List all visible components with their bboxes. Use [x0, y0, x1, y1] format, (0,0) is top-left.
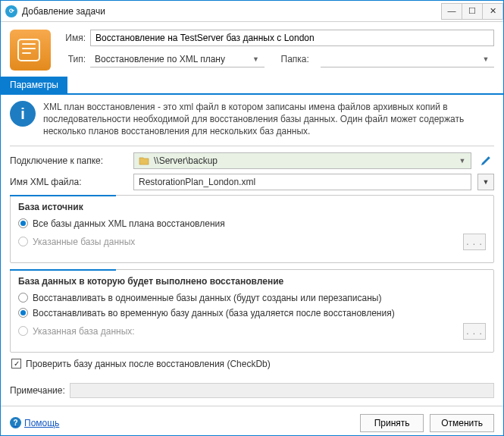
window-title: Добавление задачи	[22, 6, 441, 17]
task-scroll-icon	[10, 30, 51, 71]
xml-file-dropdown-button[interactable]: ▼	[477, 174, 494, 190]
xml-file-input[interactable]: RestorationPlan_London.xml	[133, 174, 471, 190]
folder-label: Папка:	[281, 54, 316, 64]
radio-all-label: Все базы данных XML плана восстановления	[33, 218, 225, 229]
info-row: i XML план восстановления - это xml файл…	[10, 101, 494, 146]
connection-select[interactable]: \\Server\backup ▼	[133, 152, 471, 169]
xml-file-value: RestorationPlan_London.xml	[139, 177, 468, 187]
checkbox-icon: ✓	[11, 359, 21, 369]
window-buttons: — ☐ ✕	[441, 3, 503, 20]
help-label: Помощь	[24, 418, 59, 428]
type-combo[interactable]: Восстановление по XML плану ▼	[90, 51, 265, 67]
group-source: База источник Все базы данных XML плана …	[10, 195, 494, 263]
caret-down-icon: ▼	[251, 55, 261, 63]
name-label: Имя:	[58, 33, 86, 43]
specified-target-browse-button[interactable]: . . .	[463, 323, 486, 340]
group-source-title: База источник	[18, 202, 486, 212]
tab-parameters[interactable]: Параметры	[1, 77, 67, 93]
connection-value: \\Server\backup	[154, 155, 457, 166]
checkdb-label: Проверить базу данных после восстановлен…	[26, 359, 271, 369]
radio-specified-target[interactable]: Указанная база данных: . . .	[18, 323, 486, 340]
header: Имя: Тип: Восстановление по XML плану ▼ …	[1, 22, 503, 77]
caret-down-icon: ▼	[457, 157, 468, 165]
name-input[interactable]	[90, 30, 494, 46]
folder-icon	[139, 156, 149, 165]
group-target: База данных в которую будет выполнено во…	[10, 269, 494, 353]
note-label: Примечание:	[10, 385, 65, 396]
radio-icon	[18, 237, 28, 246]
caret-down-icon: ▼	[481, 55, 491, 63]
radio-spec-label: Указанная база данных:	[33, 326, 135, 337]
radio-specified-databases[interactable]: Указанные базы данных . . .	[18, 234, 486, 250]
folder-combo[interactable]: ▼	[321, 51, 495, 67]
note-input[interactable]	[70, 383, 494, 398]
accept-button[interactable]: Принять	[360, 414, 424, 432]
cancel-button[interactable]: Отменить	[430, 414, 494, 432]
radio-temp-label: Восстанавливать во временную базу данных…	[33, 308, 395, 318]
radio-icon	[18, 293, 28, 303]
footer: ? Помощь Принять Отменить	[1, 406, 503, 436]
radio-temporary[interactable]: Восстанавливать во временную базу данных…	[18, 308, 486, 318]
specified-databases-browse-button[interactable]: . . .	[463, 234, 486, 250]
info-icon: i	[10, 101, 36, 127]
type-combo-text: Восстановление по XML плану	[95, 54, 251, 64]
info-text: XML план восстановления - это xml файл в…	[43, 101, 494, 138]
radio-all-databases[interactable]: Все базы данных XML плана восстановления	[18, 218, 486, 229]
note-row: Примечание:	[10, 383, 494, 398]
radio-same-name[interactable]: Восстанавливать в одноименные базы данны…	[18, 293, 486, 303]
panel-parameters: i XML план восстановления - это xml файл…	[1, 95, 503, 380]
radio-icon	[18, 218, 28, 228]
title-bar: ⟳ Добавление задачи — ☐ ✕	[1, 1, 503, 22]
edit-connection-button[interactable]	[477, 152, 494, 169]
radio-icon	[18, 308, 28, 318]
radio-specified-label: Указанные базы данных	[33, 237, 135, 247]
xml-label: Имя XML файла:	[10, 177, 127, 187]
radio-icon	[18, 326, 28, 336]
close-button[interactable]: ✕	[482, 3, 503, 20]
app-icon: ⟳	[5, 5, 17, 17]
radio-same-label: Восстанавливать в одноименные базы данны…	[33, 293, 381, 303]
help-link[interactable]: ? Помощь	[10, 417, 59, 428]
connection-label: Подключение к папке:	[10, 155, 127, 166]
type-label: Тип:	[58, 54, 86, 64]
maximize-button[interactable]: ☐	[462, 3, 483, 20]
tab-bar: Параметры	[1, 77, 503, 95]
group-target-title: База данных в которую будет выполнено во…	[18, 276, 486, 287]
checkdb-checkbox[interactable]: ✓ Проверить базу данных после восстановл…	[11, 359, 494, 369]
minimize-button[interactable]: —	[441, 3, 462, 20]
help-icon: ?	[10, 417, 21, 428]
